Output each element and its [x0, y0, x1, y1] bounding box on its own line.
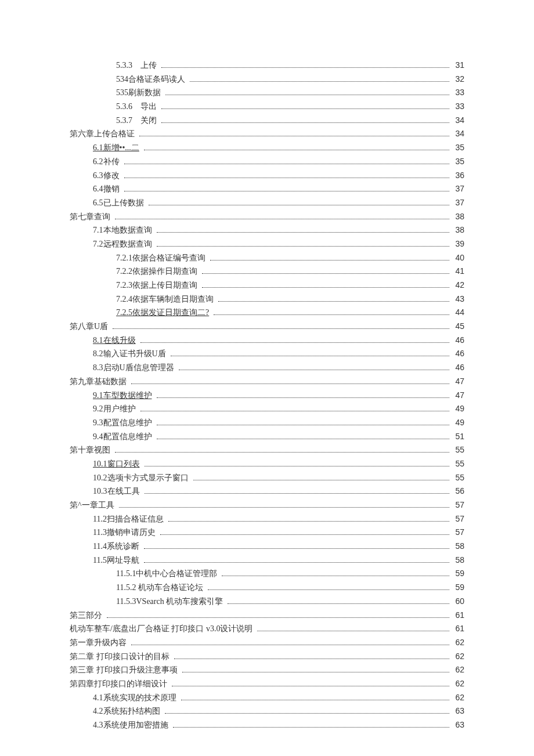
toc-entry: 7.2.1依据合格证编号查询40: [70, 252, 464, 265]
toc-leader-dots: [202, 281, 449, 288]
toc-page-number: 63: [453, 719, 464, 732]
toc-label: 8.1在线升级: [93, 334, 138, 347]
toc-entry: 第十章视图55: [70, 444, 464, 457]
toc-leader-dots: [257, 624, 449, 631]
toc-leader-dots: [131, 638, 449, 645]
toc-label: 9.4配置信息维护: [93, 431, 154, 443]
toc-label: 5.3.6 导出: [116, 100, 159, 113]
toc-label: 10.3在线工具: [93, 485, 142, 498]
toc-entry: 9.3配置信息维护49: [70, 417, 464, 429]
toc-page-number: 49: [453, 417, 464, 429]
toc-label: 4.3系统使用加密措施: [93, 719, 171, 732]
toc-entry: 7.2.5依据发证日期查询二?44: [70, 306, 464, 319]
toc-entry: 7.2.4依据车辆制造日期查询43: [70, 293, 464, 306]
toc-entry: 第二章 打印接口设计的目标62: [70, 650, 464, 663]
toc-leader-dots: [124, 185, 450, 191]
toc-entry: 535刷新数据33: [70, 86, 464, 99]
toc-page-number: 55: [453, 458, 464, 471]
toc-label: 7.2.4依据车辆制造日期查询: [116, 293, 216, 306]
toc-label: 7.1本地数据查询: [93, 224, 154, 237]
toc-leader-dots: [145, 487, 450, 494]
toc-label: 第八章U盾: [70, 320, 110, 333]
toc-entry: 9.1车型数据维护47: [70, 389, 464, 402]
toc-leader-dots: [222, 569, 449, 576]
toc-page-number: 61: [453, 609, 464, 622]
toc-page-number: 35: [453, 155, 464, 168]
toc-page-number: 37: [453, 197, 464, 209]
toc-entry: 7.2.3依据上传日期查询42: [70, 279, 464, 292]
toc-page-number: 57: [453, 526, 464, 539]
toc-label: 第六章上传合格证: [70, 128, 137, 140]
toc-page-number: 46: [453, 334, 464, 347]
table-of-contents: 5.3.3 上传31534合格证条码读人32535刷新数据335.3.6 导出3…: [70, 59, 464, 732]
toc-leader-dots: [157, 240, 450, 247]
toc-label: 第三章 打印接口升级注意事项: [70, 664, 180, 677]
toc-entry: 6.1新增••...二35: [70, 142, 464, 154]
toc-leader-dots: [140, 336, 450, 343]
toc-entry: 11.5网址导航58: [70, 554, 464, 567]
toc-entry: 11.4系统诊断58: [70, 540, 464, 553]
toc-leader-dots: [165, 88, 449, 95]
toc-page-number: 47: [453, 389, 464, 402]
toc-page-number: 39: [453, 238, 464, 251]
toc-label: 第二章 打印接口设计的目标: [70, 650, 172, 663]
toc-label: 5.3.7 关闭: [116, 114, 159, 127]
toc-page-number: 51: [453, 431, 464, 443]
toc-leader-dots: [115, 212, 449, 219]
toc-leader-dots: [208, 583, 449, 590]
toc-page-number: 61: [453, 623, 464, 635]
toc-leader-dots: [168, 515, 449, 522]
toc-leader-dots: [157, 390, 450, 397]
toc-page-number: 62: [453, 678, 464, 690]
toc-label: 6.5已上传数据: [93, 197, 146, 209]
toc-label: 5.3.3 上传: [116, 59, 159, 72]
toc-page-number: 62: [453, 650, 464, 663]
toc-entry: 11.3撤销申请历史57: [70, 526, 464, 539]
toc-leader-dots: [228, 597, 449, 604]
toc-leader-dots: [161, 102, 449, 109]
toc-label: 11.4系统诊断: [93, 540, 142, 553]
toc-leader-dots: [165, 707, 450, 714]
toc-leader-dots: [157, 432, 450, 439]
toc-leader-dots: [174, 652, 450, 659]
toc-leader-dots: [172, 679, 449, 686]
toc-label: 9.2用户维护: [93, 403, 138, 415]
toc-leader-dots: [210, 253, 449, 260]
toc-page-number: 41: [453, 265, 464, 278]
toc-leader-dots: [193, 473, 450, 480]
toc-leader-dots: [119, 501, 450, 508]
toc-entry: 10.3在线工具56: [70, 485, 464, 498]
toc-label: 11.5.1中机中心合格证管理部: [116, 567, 219, 580]
toc-label: 4.2系统拓扑结构图: [93, 705, 163, 718]
toc-leader-dots: [179, 363, 450, 370]
toc-page-number: 42: [453, 279, 464, 292]
toc-entry: 6.4撤销37: [70, 183, 464, 196]
toc-entry: 10.1窗口列表55: [70, 458, 464, 471]
toc-label: 11.5网址导航: [93, 554, 142, 567]
toc-page-number: 57: [453, 499, 464, 512]
toc-label: 11.2扫描合格证信息: [93, 513, 166, 526]
toc-entry: 机动车整车/底盘出厂合格证 打印接口 v3.0设计说明61: [70, 623, 464, 635]
toc-page-number: 38: [453, 224, 464, 237]
toc-leader-dots: [182, 665, 450, 672]
toc-leader-dots: [157, 226, 450, 233]
toc-entry: 5.3.3 上传31: [70, 59, 464, 72]
toc-label: 9.1车型数据维护: [93, 389, 154, 402]
toc-label: 6.3修改: [93, 169, 122, 182]
toc-entry: 7.2远程数据查询39: [70, 238, 464, 251]
toc-leader-dots: [161, 61, 449, 68]
toc-page-number: 40: [453, 252, 464, 265]
toc-entry: 7.1本地数据查询38: [70, 224, 464, 237]
toc-label: 第七章查询: [70, 211, 113, 223]
toc-label: 10.1窗口列表: [93, 458, 142, 471]
toc-page-number: 38: [453, 211, 464, 223]
toc-label: 机动车整车/底盘出厂合格证 打印接口 v3.0设计说明: [70, 623, 255, 635]
toc-entry: 11.5.3VSearch 机动车搜索引擎60: [70, 595, 464, 608]
toc-leader-dots: [214, 308, 449, 315]
toc-leader-dots: [131, 377, 449, 384]
toc-entry: 11.5.1中机中心合格证管理部59: [70, 567, 464, 580]
toc-leader-dots: [113, 322, 449, 329]
toc-leader-dots: [144, 542, 449, 549]
toc-page-number: 56: [453, 485, 464, 498]
toc-label: 10.2选项卡方式显示子窗口: [93, 472, 191, 484]
